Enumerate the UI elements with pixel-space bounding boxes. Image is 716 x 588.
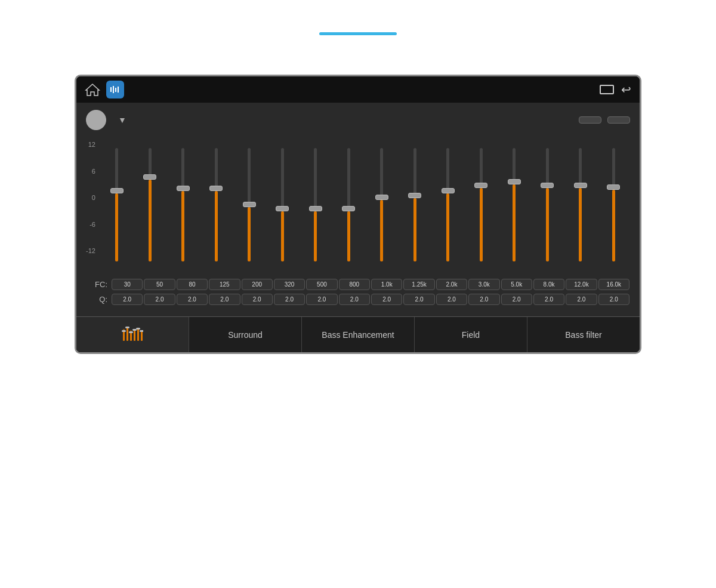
- svg-rect-4: [118, 87, 119, 93]
- q-values: 2.02.02.02.02.02.02.02.02.02.02.02.02.02…: [111, 293, 630, 306]
- svg-rect-12: [141, 331, 143, 341]
- slider-track-1: [149, 148, 152, 261]
- eq-sliders: [100, 136, 630, 273]
- slider-handle-12[interactable]: [508, 179, 521, 184]
- tab-label-surround: Surround: [228, 330, 263, 340]
- eq-band-14[interactable]: [564, 148, 597, 261]
- slider-handle-4[interactable]: [243, 202, 256, 207]
- eq-band-9[interactable]: [398, 148, 431, 261]
- scale-neg6: -6: [86, 221, 95, 228]
- play-button[interactable]: [86, 110, 106, 130]
- fc-badge-13: 8.0k: [533, 279, 564, 290]
- eq-scale: 12 6 0 -6 -12: [86, 141, 95, 254]
- slider-fill-8: [380, 200, 383, 261]
- slider-handle-9[interactable]: [408, 193, 421, 198]
- fc-badge-14: 12.0k: [566, 279, 597, 290]
- eq-band-7[interactable]: [332, 148, 365, 261]
- svg-rect-8: [130, 333, 132, 341]
- slider-track-13: [546, 148, 549, 261]
- q-badge-10: 2.0: [436, 294, 467, 305]
- slider-handle-8[interactable]: [375, 195, 388, 200]
- fc-badge-11: 3.0k: [468, 279, 499, 290]
- eq-band-15[interactable]: [597, 148, 630, 261]
- eq-band-3[interactable]: [199, 148, 233, 261]
- slider-handle-5[interactable]: [276, 206, 289, 211]
- eq-band-12[interactable]: [498, 148, 531, 261]
- fc-badge-10: 2.0k: [436, 279, 467, 290]
- svg-rect-11: [137, 329, 139, 341]
- slider-track-0: [115, 148, 118, 261]
- fc-badge-9: 1.25k: [403, 279, 434, 290]
- setup-button[interactable]: [607, 116, 630, 124]
- home-icon[interactable]: [85, 83, 100, 96]
- q-badge-1: 2.0: [144, 294, 175, 305]
- slider-handle-11[interactable]: [474, 183, 487, 188]
- back-icon[interactable]: ↩: [621, 82, 631, 97]
- status-right: ↩: [578, 82, 631, 97]
- slider-track-8: [380, 148, 383, 261]
- q-badge-7: 2.0: [339, 294, 370, 305]
- slider-handle-2[interactable]: [177, 186, 190, 191]
- q-badge-8: 2.0: [371, 294, 402, 305]
- slider-handle-1[interactable]: [143, 174, 156, 180]
- scale-0: 0: [86, 194, 95, 201]
- eq-band-1[interactable]: [133, 148, 166, 261]
- slider-handle-14[interactable]: [574, 183, 587, 188]
- slider-track-6: [314, 148, 317, 261]
- preset-dropdown[interactable]: ▼: [115, 115, 126, 125]
- slider-handle-15[interactable]: [607, 184, 620, 190]
- svg-rect-3: [115, 88, 116, 92]
- svg-rect-2: [113, 86, 114, 93]
- eq-band-5[interactable]: [266, 148, 299, 261]
- tab-surround[interactable]: Surround: [189, 317, 302, 352]
- scale-6: 6: [86, 168, 95, 175]
- q-badge-13: 2.0: [533, 294, 564, 305]
- eq-area: 12 6 0 -6 -12: [86, 136, 630, 273]
- svg-rect-5: [123, 331, 125, 341]
- preset-right: [573, 116, 630, 124]
- q-badge-14: 2.0: [566, 294, 597, 305]
- q-badge-4: 2.0: [242, 294, 273, 305]
- eq-band-8[interactable]: [365, 148, 399, 261]
- slider-fill-2: [181, 191, 184, 261]
- eq-band-4[interactable]: [233, 148, 266, 261]
- fc-badge-15: 16.0k: [598, 279, 629, 290]
- slider-fill-7: [347, 211, 350, 261]
- device-frame: ↩ ▼: [75, 75, 641, 354]
- eq-band-11[interactable]: [464, 148, 498, 261]
- slider-handle-0[interactable]: [110, 188, 124, 193]
- slider-handle-10[interactable]: [442, 188, 455, 193]
- eq-band-2[interactable]: [166, 148, 200, 261]
- fc-badge-5: 320: [274, 279, 305, 290]
- tab-field[interactable]: Field: [415, 317, 527, 352]
- fc-badge-6: 500: [306, 279, 337, 290]
- tab-label-bass_filter: Bass filter: [565, 330, 601, 340]
- q-badge-15: 2.0: [598, 294, 629, 305]
- eq-screen: ▼ 12 6 0 -6 -12: [76, 103, 640, 316]
- scale-neg12: -12: [86, 247, 95, 254]
- fc-badge-4: 200: [242, 279, 273, 290]
- tab-bass_enhancement[interactable]: Bass Enhancement: [302, 317, 415, 352]
- slider-track-12: [513, 148, 516, 261]
- tab-bass_filter[interactable]: Bass filter: [527, 317, 640, 352]
- slider-track-3: [215, 148, 218, 261]
- title-underline: [319, 32, 397, 35]
- slider-handle-13[interactable]: [541, 183, 554, 188]
- slider-handle-6[interactable]: [309, 206, 322, 211]
- tab-eq[interactable]: [76, 317, 189, 352]
- svg-rect-10: [134, 330, 135, 341]
- slider-track-15: [612, 148, 615, 261]
- slider-track-5: [281, 148, 284, 261]
- slider-handle-7[interactable]: [342, 206, 355, 211]
- eq-band-10[interactable]: [431, 148, 465, 261]
- eq-band-6[interactable]: [299, 148, 332, 261]
- eq-band-0[interactable]: [100, 148, 134, 261]
- fc-badge-2: 80: [177, 279, 208, 290]
- default-button[interactable]: [579, 116, 601, 124]
- page-wrapper: ↩ ▼: [0, 0, 716, 378]
- slider-handle-3[interactable]: [209, 186, 223, 191]
- fc-badge-7: 800: [339, 279, 370, 290]
- tab-bar: SurroundBass EnhancementFieldBass filter: [76, 316, 640, 352]
- app-icon[interactable]: [106, 81, 124, 98]
- eq-band-13[interactable]: [530, 148, 564, 261]
